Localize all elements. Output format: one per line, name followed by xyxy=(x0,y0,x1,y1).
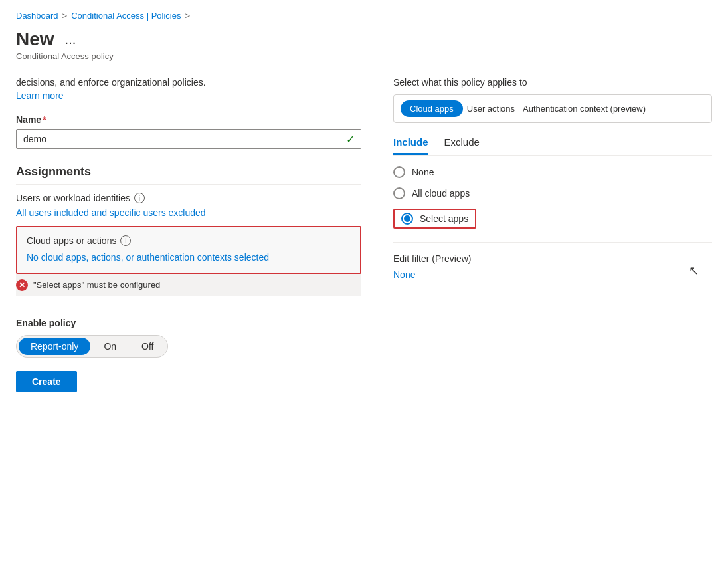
right-panel: Select what this policy applies to Cloud… xyxy=(393,77,712,392)
name-input[interactable] xyxy=(16,129,361,149)
radio-none-circle xyxy=(393,166,405,178)
page-header: New ... xyxy=(16,29,712,50)
learn-more-link[interactable]: Learn more xyxy=(16,90,64,101)
toggle-report-only[interactable]: Report-only xyxy=(19,338,90,355)
enable-policy-toggle: Report-only On Off xyxy=(16,335,168,358)
tab-user-actions[interactable]: User actions xyxy=(467,100,515,117)
tab-exclude[interactable]: Exclude xyxy=(444,136,480,155)
divider xyxy=(393,242,712,243)
radio-none-label: None xyxy=(412,167,434,177)
radio-all-circle xyxy=(393,187,405,199)
include-exclude-tabs: Include Exclude xyxy=(393,136,712,156)
users-info-icon: i xyxy=(134,193,145,203)
tab-cloud-apps[interactable]: Cloud apps xyxy=(401,100,463,117)
users-link[interactable]: All users included and specific users ex… xyxy=(16,207,206,218)
radio-none[interactable]: None xyxy=(393,166,712,178)
cursor-arrow: ↖ xyxy=(689,263,699,278)
toggle-on[interactable]: On xyxy=(92,338,128,355)
edit-filter-value[interactable]: None xyxy=(393,269,415,280)
create-button[interactable]: Create xyxy=(16,371,77,392)
select-apps-highlight-box: Select apps xyxy=(393,209,476,229)
page-subtitle: Conditional Access policy xyxy=(16,51,712,61)
tab-include[interactable]: Include xyxy=(393,136,428,155)
ellipsis-button[interactable]: ... xyxy=(61,31,80,49)
cloud-apps-label: Cloud apps or actions i xyxy=(27,235,351,246)
enable-policy-section: Enable policy Report-only On Off xyxy=(16,318,361,358)
edit-filter-label: Edit filter (Preview) xyxy=(393,253,712,264)
cloud-apps-info-icon: i xyxy=(120,235,131,246)
error-icon: ✕ xyxy=(16,279,28,291)
users-label: Users or workload identities i xyxy=(16,193,361,203)
page-title: New xyxy=(16,29,54,50)
cloud-apps-box: Cloud apps or actions i No cloud apps, a… xyxy=(16,226,361,274)
breadcrumb-sep-1: > xyxy=(62,11,68,21)
error-row: ✕ "Select apps" must be configured xyxy=(16,274,361,296)
main-layout: decisions, and enforce organizational po… xyxy=(16,77,712,392)
radio-all-cloud-apps[interactable]: All cloud apps xyxy=(393,187,712,199)
breadcrumb: Dashboard > Conditional Access | Policie… xyxy=(16,11,712,21)
input-check-icon: ✓ xyxy=(346,133,355,146)
app-type-tabs: Cloud apps User actions Authentication c… xyxy=(393,94,712,123)
toggle-off[interactable]: Off xyxy=(130,338,165,355)
left-panel: decisions, and enforce organizational po… xyxy=(16,77,361,392)
error-message: "Select apps" must be configured xyxy=(33,280,160,290)
assignments-title: Assignments xyxy=(16,165,361,185)
applies-to-label: Select what this policy applies to xyxy=(393,77,712,88)
breadcrumb-dashboard[interactable]: Dashboard xyxy=(16,11,58,21)
radio-select-label: Select apps xyxy=(420,213,468,224)
cloud-apps-description: No cloud apps, actions, or authenticatio… xyxy=(27,251,351,265)
required-indicator: * xyxy=(43,114,46,125)
breadcrumb-policies[interactable]: Conditional Access | Policies xyxy=(71,11,181,21)
name-field-label: Name* xyxy=(16,114,361,125)
radio-select-circle xyxy=(401,213,413,225)
enable-policy-label: Enable policy xyxy=(16,318,361,328)
radio-group: None All cloud apps Select apps xyxy=(393,166,712,229)
description-text: decisions, and enforce organizational po… xyxy=(16,77,361,88)
radio-all-label: All cloud apps xyxy=(412,188,470,199)
tab-auth-context[interactable]: Authentication context (preview) xyxy=(523,100,646,117)
breadcrumb-sep-2: > xyxy=(185,11,190,21)
name-input-wrapper: ✓ xyxy=(16,129,361,149)
radio-select-apps[interactable]: Select apps xyxy=(393,209,712,229)
